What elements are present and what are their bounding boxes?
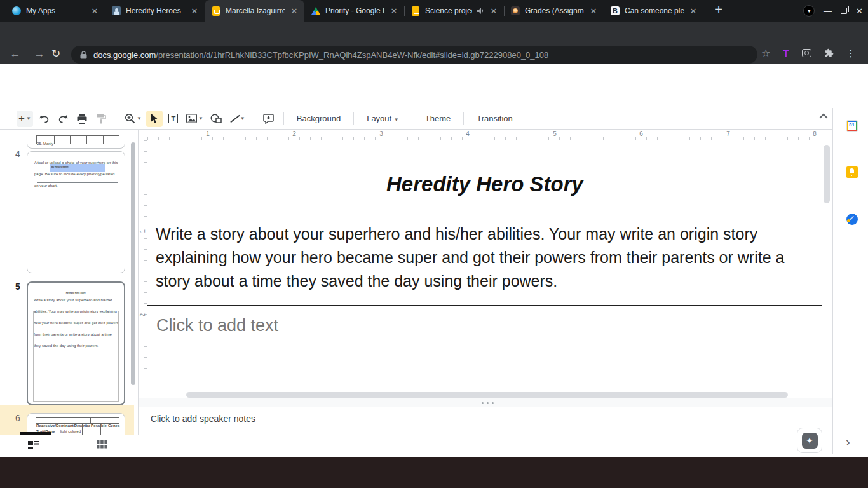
minimize-button[interactable]: — <box>824 6 832 16</box>
theme-button[interactable]: Theme <box>419 114 457 123</box>
close-tab-icon[interactable]: ✕ <box>389 6 399 16</box>
restore-button[interactable] <box>841 8 847 14</box>
redo-button[interactable] <box>55 111 71 127</box>
reload-button[interactable]: ↻ <box>50 48 62 60</box>
print-button[interactable] <box>74 111 90 127</box>
insert-image-button[interactable]: ▼ <box>184 111 205 127</box>
close-tab-icon[interactable]: ✕ <box>189 6 200 16</box>
thumbnail-microtext: My Heroes Name: <box>50 166 81 168</box>
canvas-vertical-scrollbar[interactable] <box>824 145 830 203</box>
tab-heredity-heroes[interactable]: Heredity Heroes ✕ <box>105 0 205 22</box>
speaker-notes-area[interactable]: Click to add speaker notes <box>139 407 832 454</box>
background-button[interactable]: Background <box>290 114 347 123</box>
close-tab-icon[interactable]: ✕ <box>90 6 100 16</box>
vertical-ruler: 1 2 <box>139 140 147 399</box>
explore-icon: ✦ <box>802 433 818 449</box>
my-apps-favicon <box>11 6 22 16</box>
tab-marcella-izaguirre[interactable]: Marcella Izaguirre ✕ <box>205 0 304 22</box>
insert-line-button[interactable]: ▼ <box>227 111 247 127</box>
brainly-favicon: B <box>610 6 620 16</box>
select-tool-button[interactable] <box>146 111 163 127</box>
browser-toolbar: ← → ↻ docs.google.com/presentation/d/1hr… <box>0 22 868 64</box>
close-window-button[interactable]: ✕ <box>856 6 863 16</box>
story-text-box <box>33 311 119 402</box>
horizontal-ruler: 1 2 3 4 5 6 7 8 <box>147 130 822 140</box>
close-tab-icon[interactable]: ✕ <box>588 6 599 16</box>
close-tab-icon[interactable]: ✕ <box>489 6 499 16</box>
slides-favicon <box>410 6 421 16</box>
close-tab-icon[interactable]: ✕ <box>688 6 698 16</box>
back-button[interactable]: ← <box>9 48 22 60</box>
text-box-button[interactable]: T <box>165 111 182 127</box>
url-text: docs.google.com/presentation/d/1hrRLhkNl… <box>93 50 548 60</box>
side-panel: ✦ › <box>832 108 868 454</box>
tab-title: Marcella Izaguirre <box>226 6 285 15</box>
insert-shape-button[interactable] <box>208 111 224 127</box>
transition-button[interactable]: Transition <box>470 114 519 123</box>
zoom-button[interactable]: ▼ <box>123 111 144 127</box>
filmstrip-view-button[interactable] <box>28 440 39 449</box>
google-tasks-icon[interactable] <box>846 214 858 225</box>
tab-title: Heredity Heroes <box>126 6 185 15</box>
hide-menus-button[interactable] <box>818 113 829 119</box>
layout-button[interactable]: Layout ▼ <box>360 114 405 123</box>
tab-science-project[interactable]: Science projec ✕ <box>404 0 504 22</box>
browser-menu-icon[interactable]: ⋮ <box>846 48 856 59</box>
forward-button[interactable]: → <box>33 48 46 60</box>
tab-priority-drive[interactable]: Priority - Google D ✕ <box>304 0 404 22</box>
google-calendar-icon[interactable] <box>846 120 858 132</box>
canvas-horizontal-scrollbar[interactable] <box>186 392 788 398</box>
slide-canvas[interactable]: Heredity Hero Story Write a story about … <box>147 140 822 399</box>
tab-title: Grades (Assignme <box>525 6 584 15</box>
notes-resize-divider[interactable] <box>139 398 832 407</box>
tab-title: Can someone ple <box>625 6 684 15</box>
photo-placeholder-box <box>37 182 118 269</box>
speaker-notes-placeholder[interactable]: Click to add speaker notes <box>151 414 255 424</box>
edit-toolbar: +▼ ▼ T ▼ ▼ Background Layout ▼ Theme Tra… <box>0 108 868 130</box>
hero-name-box: My Heroes Name: <box>50 164 105 172</box>
extension-screencast-icon[interactable] <box>802 49 811 57</box>
insert-comment-button[interactable] <box>261 111 277 127</box>
classroom-favicon <box>111 6 121 16</box>
slide-5-number: 5 <box>13 281 23 292</box>
slide-6-number: 6 <box>13 413 23 423</box>
filmstrip-scrollbar[interactable] <box>131 142 135 385</box>
new-slide-button[interactable]: +▼ <box>17 111 33 127</box>
extension-t-icon[interactable]: T <box>783 48 789 58</box>
bookmark-star-icon[interactable]: ☆ <box>761 47 770 59</box>
thumbnail-microtext: 25. Manly <box>37 142 53 146</box>
text-placeholder[interactable]: Click to add text <box>156 316 278 336</box>
lock-icon <box>80 51 87 59</box>
text-box-top-border <box>147 305 822 306</box>
tab-audio-icon[interactable] <box>477 7 484 15</box>
paint-format-button[interactable] <box>93 111 109 127</box>
expand-side-panel-icon[interactable]: › <box>846 435 850 449</box>
new-tab-button[interactable]: + <box>710 1 728 18</box>
google-keep-icon[interactable] <box>846 166 858 178</box>
grades-favicon <box>510 6 520 16</box>
tab-grades[interactable]: Grades (Assignme ✕ <box>504 0 604 22</box>
tab-title: My Apps <box>26 6 85 15</box>
window-controls: ▼ — ✕ <box>803 0 863 22</box>
slide-5-thumbnail[interactable]: Heredity Hero Story Write a story about … <box>27 281 125 405</box>
tab-brainly[interactable]: B Can someone ple ✕ <box>604 0 703 22</box>
close-tab-icon[interactable]: ✕ <box>289 6 299 16</box>
undo-button[interactable] <box>36 111 52 127</box>
grid-view-button[interactable] <box>97 440 107 449</box>
view-toggle-bar <box>0 435 139 454</box>
slide-body-text[interactable]: Write a story about your superhero and h… <box>156 222 818 293</box>
slide-title-text[interactable]: Heredity Hero Story <box>147 172 822 196</box>
tab-title: Priority - Google D <box>325 6 384 15</box>
explore-button[interactable]: ✦ <box>797 428 822 453</box>
tab-my-apps[interactable]: My Apps ✕ <box>5 0 105 22</box>
browser-tab-strip: My Apps ✕ Heredity Heroes ✕ Marcella Iza… <box>0 0 868 22</box>
address-bar[interactable]: docs.google.com/presentation/d/1hrRLhkNl… <box>71 46 757 64</box>
slide-filmstrip: 25. Manly 4 A tool or upload a photo of … <box>0 130 139 435</box>
slide-3-thumbnail[interactable]: 25. Manly <box>27 130 125 149</box>
slide-4-thumbnail[interactable]: A tool or upload a photo of your superhe… <box>27 151 125 273</box>
extensions-puzzle-icon[interactable] <box>824 48 834 58</box>
tab-title: Science projec <box>425 6 472 15</box>
media-controls-button[interactable]: ▼ <box>803 5 815 17</box>
drag-handle-icon <box>482 402 494 404</box>
drive-favicon <box>311 6 321 16</box>
